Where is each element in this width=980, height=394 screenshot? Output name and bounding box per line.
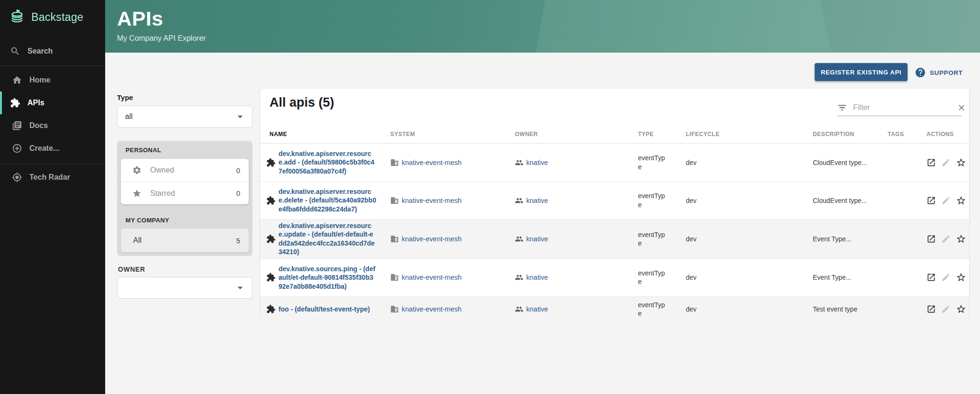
owner-link[interactable]: knative (526, 274, 548, 281)
description-cell: CloudEvent type... (808, 159, 881, 166)
owner-link[interactable]: knative (526, 235, 548, 243)
sidebar-item-apis[interactable]: APIs (0, 92, 105, 114)
home-icon (12, 75, 22, 85)
view-api-icon[interactable] (926, 158, 936, 167)
support-button[interactable]: SUPPORT (915, 66, 962, 79)
column-header-owner[interactable]: OWNER (508, 131, 632, 137)
sidebar-item-search[interactable]: Search (0, 43, 105, 60)
type-select-value: all (125, 112, 234, 121)
sidebar-item-docs[interactable]: Docs (0, 114, 105, 137)
filter-item-label: Starred (150, 189, 236, 198)
star-border-icon[interactable] (956, 234, 966, 244)
table-header-row: NAME SYSTEM OWNER TYPE LIFECYCLE DESCRIP… (260, 125, 969, 144)
owner-group-icon (515, 235, 523, 243)
view-api-icon[interactable] (926, 304, 936, 314)
sidebar-item-tech-radar[interactable]: Tech Radar (0, 166, 105, 189)
filter-item-label: All (133, 236, 236, 245)
docs-icon (12, 120, 22, 131)
column-header-name[interactable]: NAME (260, 131, 384, 137)
api-name-link[interactable]: dev.knative.apiserver.resource.update - … (279, 221, 377, 257)
edit-icon[interactable] (941, 304, 951, 314)
api-name-link[interactable]: dev.knative.apiserver.resource.delete - … (279, 187, 377, 213)
column-header-actions[interactable]: ACTIONS (919, 131, 969, 137)
system-link[interactable]: knative-event-mesh (402, 305, 462, 313)
entity-filter-card: PERSONAL Owned 0 Starred 0 MY COMPANY Al… (117, 141, 252, 256)
table-filter-input[interactable] (853, 103, 951, 112)
type-select[interactable]: all (117, 106, 252, 128)
sidebar-divider (0, 65, 105, 66)
star-border-icon[interactable] (956, 304, 966, 314)
logo-text: Backstage (31, 11, 83, 24)
clear-filter-icon[interactable] (957, 103, 966, 112)
my-company-section-label: MY COMPANY (117, 204, 252, 224)
table-row: dev.knative.apiserver.resource.update - … (260, 220, 969, 259)
sidebar-item-create[interactable]: Create... (0, 137, 105, 160)
owner-link[interactable]: knative (526, 305, 548, 313)
filter-item-starred[interactable]: Starred 0 (121, 182, 249, 204)
help-icon (915, 67, 926, 78)
page-header: APIs My Company API Explorer (0, 0, 980, 53)
api-name-link[interactable]: foo - (default/test-event-type) (279, 305, 377, 313)
search-icon (10, 46, 20, 56)
table-title: All apis (5) (270, 95, 334, 110)
system-link[interactable]: knative-event-mesh (402, 197, 462, 204)
type-cell: eventType (632, 154, 682, 171)
register-existing-api-button[interactable]: REGISTER EXISTING API (815, 63, 908, 81)
owner-link[interactable]: knative (526, 197, 548, 204)
sidebar-logo[interactable]: Backstage (0, 0, 105, 27)
puzzle-icon (10, 98, 20, 108)
filter-item-all[interactable]: All 5 (121, 229, 249, 252)
edit-icon[interactable] (941, 158, 951, 167)
owner-group-icon (515, 305, 523, 313)
star-icon (132, 189, 142, 198)
edit-icon[interactable] (941, 273, 951, 282)
owner-link[interactable]: knative (526, 159, 548, 166)
puzzle-icon (266, 304, 276, 314)
description-cell: Test event type (808, 305, 881, 313)
system-link[interactable]: knative-event-mesh (402, 159, 462, 166)
system-building-icon (390, 235, 399, 243)
system-link[interactable]: knative-event-mesh (402, 274, 462, 281)
type-cell: eventType (632, 269, 682, 286)
system-building-icon (390, 196, 399, 205)
chevron-down-icon (234, 110, 246, 123)
column-header-lifecycle[interactable]: LIFECYCLE (682, 131, 808, 137)
api-name-link[interactable]: dev.knative.sources.ping - (default/et-d… (279, 265, 377, 291)
type-cell: eventType (632, 301, 682, 318)
type-cell: eventType (632, 192, 682, 209)
star-border-icon[interactable] (956, 157, 966, 168)
system-building-icon (390, 158, 399, 167)
sidebar: Backstage Search Home APIs Docs Create..… (0, 0, 105, 394)
system-link[interactable]: knative-event-mesh (402, 235, 462, 243)
edit-icon[interactable] (941, 234, 951, 244)
view-api-icon[interactable] (926, 273, 936, 282)
api-name-link[interactable]: dev.knative.apiserver.resource.add - (de… (279, 149, 377, 175)
edit-icon[interactable] (941, 196, 951, 205)
column-header-type[interactable]: TYPE (632, 131, 682, 137)
table-row: dev.knative.sources.ping - (default/et-d… (260, 259, 969, 297)
table-row: dev.knative.apiserver.resource.delete - … (260, 182, 969, 220)
view-api-icon[interactable] (926, 234, 936, 244)
owner-group-icon (515, 273, 523, 282)
chevron-down-icon (234, 282, 246, 294)
column-header-description[interactable]: DESCRIPTION (808, 131, 881, 137)
description-cell: CloudEvent type... (808, 197, 881, 204)
sidebar-item-label: Home (29, 76, 50, 84)
table-filter-field[interactable] (837, 99, 962, 116)
personal-section-label: PERSONAL (117, 141, 252, 154)
filter-item-count: 0 (236, 166, 240, 174)
sidebar-item-label: Create... (29, 144, 59, 153)
owner-filter-label: OWNER (118, 266, 145, 273)
lifecycle-cell: dev (682, 159, 808, 166)
column-header-system[interactable]: SYSTEM (384, 131, 508, 137)
lifecycle-cell: dev (682, 305, 808, 313)
owner-select[interactable] (117, 277, 252, 299)
filter-item-owned[interactable]: Owned 0 (121, 159, 249, 182)
star-border-icon[interactable] (956, 195, 966, 206)
puzzle-icon (266, 196, 276, 205)
column-header-tags[interactable]: TAGS (881, 131, 919, 137)
view-api-icon[interactable] (926, 196, 936, 205)
star-border-icon[interactable] (956, 272, 966, 283)
sidebar-item-home[interactable]: Home (0, 69, 105, 92)
page-subtitle: My Company API Explorer (117, 34, 206, 43)
